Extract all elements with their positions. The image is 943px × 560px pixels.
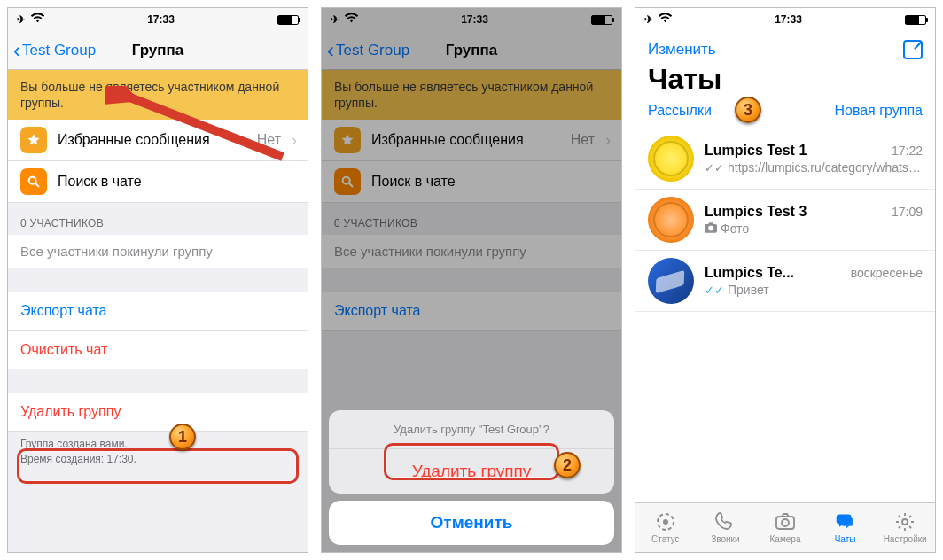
clear-chat-cell[interactable]: Очистить чат — [8, 331, 308, 369]
chat-name: Lumpics Te... — [705, 265, 794, 281]
status-bar: ✈︎ 17:33 — [635, 8, 935, 31]
edit-button[interactable]: Изменить — [648, 41, 716, 58]
tick-read-icon: ✓✓ — [705, 284, 724, 297]
camera-icon — [705, 222, 717, 236]
chat-name: Lumpics Test 1 — [705, 143, 807, 159]
svg-line-1 — [35, 183, 39, 187]
status-time: 17:33 — [775, 13, 802, 26]
svg-point-8 — [782, 519, 789, 526]
search-label: Поиск в чате — [58, 174, 142, 190]
footnote: Группа создана вами.Время создания: 17:3… — [8, 432, 308, 472]
new-group-link[interactable]: Новая группа — [834, 103, 923, 119]
export-chat-cell[interactable]: Экспорт чата — [8, 292, 308, 331]
delete-label: Удалить группу — [20, 404, 121, 420]
not-participant-banner: Вы больше не являетесь участником данной… — [8, 70, 308, 120]
compose-icon[interactable] — [903, 40, 923, 59]
starred-label: Избранные сообщения — [58, 132, 210, 148]
screenshot-1-group-info: ✈︎ 17:33 ‹Test Group Группа Вы больше не… — [7, 7, 308, 553]
broadcasts-link[interactable]: Рассылки — [648, 103, 712, 119]
search-chat-cell[interactable]: Поиск в чате — [8, 161, 308, 203]
tab-chats[interactable]: Чаты — [815, 503, 876, 552]
back-button[interactable]: ‹Test Group — [8, 38, 96, 63]
back-label: Test Group — [22, 42, 96, 59]
status-bar: ✈︎ 17:33 — [8, 8, 308, 31]
svg-point-0 — [29, 177, 36, 184]
annotation-badge-1: 1 — [169, 424, 196, 450]
wifi-icon — [659, 13, 672, 26]
annotation-badge-3: 3 — [735, 97, 761, 123]
sheet-prompt: Удалить группу "Test Group"? — [329, 410, 614, 449]
wifi-icon — [31, 13, 44, 26]
avatar — [648, 197, 694, 243]
participants-header: 0 УЧАСТНИКОВ — [8, 203, 308, 235]
avatar — [648, 258, 694, 304]
chat-row[interactable]: Lumpics Test 317:09 Фото — [635, 190, 935, 251]
svg-point-9 — [902, 519, 908, 525]
nav-bar: ‹Test Group Группа — [8, 31, 308, 70]
participants-note: Все участники покинули группу — [8, 235, 308, 268]
chat-name: Lumpics Test 3 — [705, 204, 807, 220]
search-icon — [20, 168, 47, 195]
battery-icon — [905, 15, 926, 25]
chat-row[interactable]: Lumpics Test 117:22 ✓✓https://lumpics.ru… — [635, 128, 935, 190]
tab-calls[interactable]: Звонки — [696, 503, 756, 552]
screenshot-2-action-sheet: ✈︎ 17:33 ‹Test Group Группа Вы больше не… — [321, 7, 622, 553]
chevron-left-icon: ‹ — [13, 38, 20, 63]
clear-label: Очистить чат — [20, 342, 107, 358]
chats-title: Чаты — [635, 63, 935, 103]
chat-row[interactable]: Lumpics Te...воскресенье ✓✓Привет — [635, 251, 935, 312]
airplane-icon: ✈︎ — [644, 13, 653, 26]
tab-settings[interactable]: Настройки — [875, 503, 935, 552]
status-time: 17:33 — [147, 13, 175, 26]
svg-rect-7 — [776, 517, 794, 529]
chat-preview: Фото — [721, 222, 749, 236]
annotation-badge-2: 2 — [554, 452, 581, 478]
starred-value: Нет — [257, 132, 281, 148]
chat-preview: Привет — [728, 283, 769, 297]
svg-point-6 — [663, 519, 668, 525]
tab-status[interactable]: Статус — [635, 503, 696, 552]
tab-bar: Статус Звонки Камера Чаты Настройки — [635, 502, 935, 552]
chat-preview: https://lumpics.ru/category/whatsapp — [728, 160, 923, 175]
tab-camera[interactable]: Камера — [755, 503, 815, 552]
battery-icon — [277, 15, 299, 25]
tick-sent-icon: ✓✓ — [705, 161, 724, 175]
chat-time: 17:09 — [892, 205, 923, 219]
chat-time: воскресенье — [851, 266, 923, 280]
avatar — [648, 136, 694, 182]
delete-group-cell[interactable]: Удалить группу — [8, 393, 308, 432]
starred-messages-cell[interactable]: Избранные сообщения Нет › — [8, 120, 308, 161]
sheet-cancel-button[interactable]: Отменить — [329, 501, 614, 545]
star-icon — [20, 127, 47, 153]
airplane-icon: ✈︎ — [17, 13, 26, 26]
chevron-right-icon: › — [292, 131, 297, 150]
chat-time: 17:22 — [892, 144, 923, 158]
edit-row: Изменить — [635, 31, 935, 63]
export-label: Экспорт чата — [20, 303, 107, 319]
screenshot-3-chats-list: ✈︎ 17:33 Изменить Чаты Рассылки Новая гр… — [635, 7, 936, 553]
